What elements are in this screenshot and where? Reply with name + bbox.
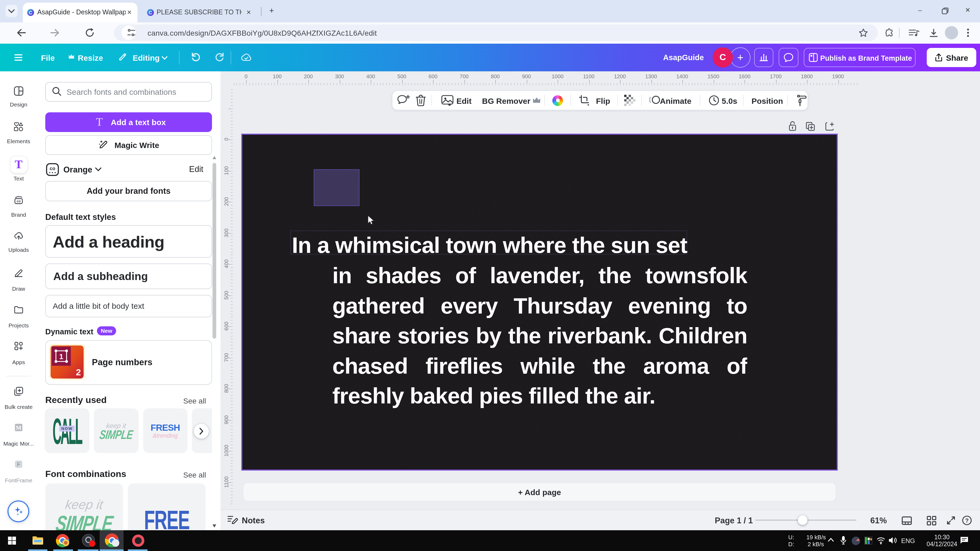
svg-text:M: M: [16, 424, 22, 431]
svg-text:1: 1: [59, 352, 64, 360]
svg-text:co: co: [16, 199, 21, 203]
svg-text:?: ?: [965, 517, 969, 524]
svg-text:co: co: [49, 166, 55, 171]
svg-text:F: F: [17, 461, 20, 468]
